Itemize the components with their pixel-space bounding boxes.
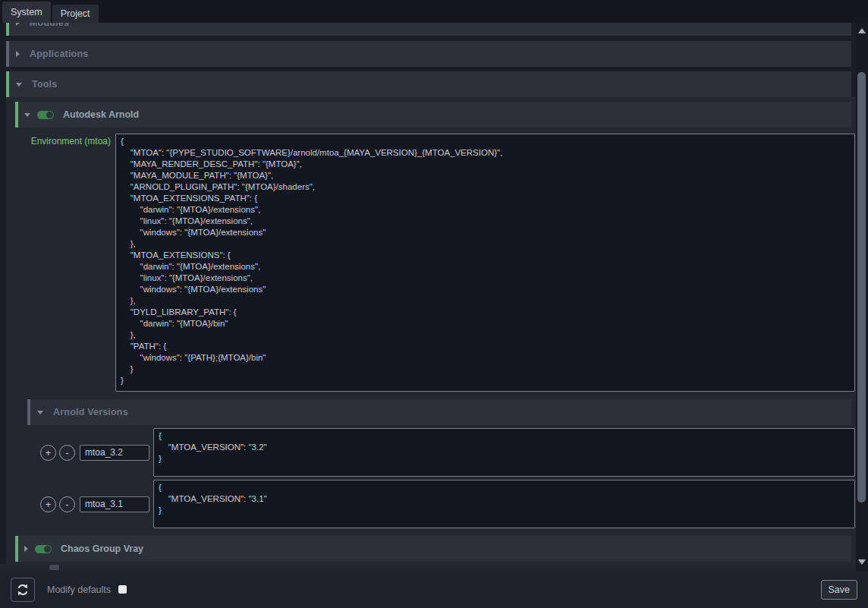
toggle-knob-icon (44, 546, 51, 553)
tab-project[interactable]: Project (52, 5, 99, 23)
section-header-tools[interactable]: Tools (6, 71, 851, 97)
version-row: + - { "MTOA_VERSION": "3.2" } (40, 428, 856, 477)
chevron-right-icon (16, 51, 20, 57)
section-title: Arnold Versions (53, 407, 128, 417)
refresh-icon (16, 583, 30, 597)
refresh-button[interactable] (11, 578, 35, 602)
scroll-down-arrow-icon[interactable] (858, 559, 866, 565)
add-version-button[interactable]: + (40, 496, 56, 512)
version-row: + - { "MTOA_VERSION": "3.1" } (40, 480, 856, 528)
remove-version-button[interactable]: - (59, 496, 75, 512)
section-title: Modules (30, 23, 69, 28)
save-button[interactable]: Save (821, 580, 858, 600)
add-version-button[interactable]: + (40, 445, 56, 461)
vertical-scrollbar-thumb[interactable] (857, 72, 866, 502)
chevron-down-icon (37, 411, 43, 414)
modify-defaults-label: Modify defaults (47, 584, 111, 595)
tool-header-chaos-group-vray[interactable]: Chaos Group Vray (15, 536, 851, 562)
tool-title: Chaos Group Vray (61, 543, 143, 554)
remove-version-button[interactable]: - (59, 445, 75, 461)
section-header-modules[interactable]: Modules (6, 23, 851, 36)
settings-window: { "tabs": { "system": "System", "project… (0, 0, 868, 608)
scroll-up-arrow-icon[interactable] (858, 28, 866, 33)
section-header-applications[interactable]: Applications (6, 41, 851, 67)
chevron-right-icon (16, 23, 20, 26)
chevron-right-icon (24, 546, 28, 552)
arnold-enabled-toggle[interactable] (37, 111, 54, 119)
environment-label: Environment (mtoa) (15, 134, 111, 146)
version-name-input[interactable] (80, 445, 149, 461)
version-name-input[interactable] (80, 496, 149, 512)
environment-json-editor[interactable]: { "MTOA": "{PYPE_STUDIO_SOFTWARE}/arnold… (115, 134, 855, 392)
section-header-arnold-versions[interactable]: Arnold Versions (27, 399, 851, 425)
vray-enabled-toggle[interactable] (35, 545, 52, 553)
version-json-editor[interactable]: { "MTOA_VERSION": "3.2" } (153, 428, 855, 477)
tool-title: Autodesk Arnold (63, 109, 139, 120)
tool-header-autodesk-arnold[interactable]: Autodesk Arnold (15, 102, 851, 128)
section-title: Tools (32, 79, 57, 90)
chevron-down-icon (16, 83, 22, 87)
tab-bar: System Project (0, 0, 868, 23)
chevron-down-icon (24, 113, 30, 117)
tools-section-body: Autodesk Arnold Environment (mtoa) { "MT… (6, 97, 856, 569)
settings-scroll-area: Modules Applications Tools Autodesk Arno… (0, 23, 868, 571)
horizontal-scrollbar[interactable] (0, 564, 856, 571)
section-title: Applications (30, 49, 88, 59)
footer-bar: Modify defaults Save (0, 571, 868, 608)
environment-row: Environment (mtoa) { "MTOA": "{PYPE_STUD… (15, 134, 856, 392)
modify-defaults-checkbox[interactable] (118, 585, 127, 594)
horizontal-scrollbar-thumb[interactable] (49, 565, 59, 570)
tab-system[interactable]: System (2, 2, 51, 23)
settings-content: Modules Applications Tools Autodesk Arno… (6, 23, 856, 569)
toggle-knob-icon (46, 112, 53, 118)
version-json-editor[interactable]: { "MTOA_VERSION": "3.1" } (153, 480, 855, 528)
vertical-scrollbar[interactable] (856, 23, 868, 571)
